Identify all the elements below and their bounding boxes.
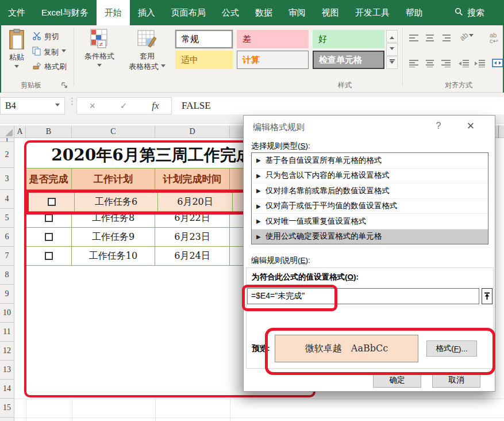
cut-button[interactable]: 剪切 xyxy=(32,32,59,42)
group-separator xyxy=(74,28,74,86)
row-header-15[interactable]: 15 xyxy=(0,399,14,418)
row-header-1[interactable]: 1 xyxy=(0,138,14,142)
tab-view[interactable]: 视图 xyxy=(314,0,347,25)
clipboard-dialog-launcher-icon[interactable] xyxy=(61,81,68,91)
name-box[interactable]: B4 xyxy=(0,97,65,114)
tab-excel-finance[interactable]: Excel与财务 xyxy=(33,0,97,25)
tab-home[interactable]: 开始 xyxy=(97,0,130,25)
table-cell-task[interactable]: 工作任务10 xyxy=(72,247,155,266)
tab-developer[interactable]: 开发工具 xyxy=(347,0,398,25)
rule-type-option-1[interactable]: ▶基于各自值设置所有单元格的格式 xyxy=(252,153,488,169)
rule-type-option-2[interactable]: ▶只为包含以下内容的单元格设置格式 xyxy=(252,169,488,184)
tab-data[interactable]: 数据 xyxy=(247,0,280,25)
cancel-icon[interactable]: × xyxy=(89,100,95,112)
row-header-10[interactable]: 10 xyxy=(0,304,14,323)
help-icon[interactable]: ? xyxy=(432,121,445,131)
collapse-dialog-button[interactable] xyxy=(482,288,493,304)
copy-button[interactable]: 复制 xyxy=(32,47,66,58)
insert-function-icon[interactable]: fx xyxy=(152,100,159,112)
style-chip-good[interactable]: 好 xyxy=(313,30,384,48)
merge-center-button[interactable] xyxy=(492,59,503,67)
checkbox[interactable] xyxy=(45,195,53,203)
decrease-indent-button[interactable] xyxy=(459,60,470,67)
style-chip-normal[interactable]: 常规 xyxy=(175,30,233,48)
table-header-cell[interactable]: 是否完成 xyxy=(26,168,72,190)
tab-page-layout[interactable]: 页面布局 xyxy=(163,0,214,25)
format-painter-button[interactable]: 格式刷 xyxy=(32,62,67,72)
rule-type-option-5[interactable]: ▶仅对唯一值或重复值设置格式 xyxy=(252,214,488,229)
tab-review[interactable]: 审阅 xyxy=(280,0,314,25)
ok-button[interactable]: 确定 xyxy=(373,372,421,388)
gallery-scroll-down-button[interactable] xyxy=(386,43,398,56)
format-button[interactable]: 格式(F)... xyxy=(426,340,477,357)
row-header-7[interactable]: 7 xyxy=(0,247,14,266)
row-header-6[interactable]: 6 xyxy=(0,228,14,247)
row-header-9[interactable]: 9 xyxy=(0,285,14,304)
rule-type-option-3[interactable]: ▶仅对排名靠前或靠后的数值设置格式 xyxy=(252,183,488,199)
table-cell-done[interactable] xyxy=(26,247,72,266)
table-header-cell[interactable]: 计划完成时间 xyxy=(155,168,230,190)
align-left-button[interactable] xyxy=(409,60,420,67)
format-as-table-button[interactable]: 套用 表格格式 xyxy=(122,29,172,72)
align-right-button[interactable] xyxy=(441,60,452,67)
search-box[interactable]: 搜索 xyxy=(455,0,484,25)
row-header-14[interactable]: 14 xyxy=(0,380,14,399)
row-header-8[interactable]: 8 xyxy=(0,266,14,285)
align-bottom-button[interactable] xyxy=(441,35,452,42)
table-cell-date[interactable]: 6月24日 xyxy=(155,247,230,266)
gallery-more-button[interactable] xyxy=(386,56,398,69)
table-cell-task[interactable]: 工作任务7 xyxy=(72,190,155,209)
rule-type-option-6[interactable]: ▶使用公式确定要设置格式的单元格 xyxy=(252,229,488,244)
cancel-button[interactable]: 取消 xyxy=(432,372,480,388)
table-header-cell[interactable]: 工作计划 xyxy=(72,168,155,190)
checkbox[interactable] xyxy=(45,214,53,222)
row-header-3[interactable]: 3 xyxy=(0,168,14,190)
conditional-formatting-button[interactable]: ≠ 条件格式 xyxy=(78,29,121,69)
align-top-button[interactable] xyxy=(409,35,420,42)
formula-content[interactable]: FALSE xyxy=(172,97,504,114)
tab-insert[interactable]: 插入 xyxy=(130,0,163,25)
close-icon[interactable]: × xyxy=(463,118,478,133)
select-all-button[interactable] xyxy=(0,125,14,137)
column-header-d[interactable]: D xyxy=(155,125,230,137)
style-chip-neutral[interactable]: 适中 xyxy=(175,51,233,69)
table-cell-done[interactable] xyxy=(26,190,72,209)
table-cell-done[interactable] xyxy=(26,209,72,228)
align-center-button[interactable] xyxy=(425,60,436,67)
column-header-c[interactable]: C xyxy=(72,125,155,137)
tab-formulas[interactable]: 公式 xyxy=(214,0,247,25)
paste-button[interactable]: 粘贴 xyxy=(3,29,30,70)
style-chip-calculation[interactable]: 计算 xyxy=(237,51,309,69)
align-left-icon xyxy=(409,60,420,67)
style-chip-check-cell[interactable]: 检查单元格 xyxy=(313,51,384,69)
table-cell-date[interactable]: 6月23日 xyxy=(155,228,230,247)
row-header-13[interactable]: 13 xyxy=(0,361,14,380)
rule-type-option-4[interactable]: ▶仅对高于或低于平均值的数值设置格式 xyxy=(252,199,488,215)
row-header-2[interactable]: 2 xyxy=(0,142,14,168)
table-cell-done[interactable] xyxy=(26,228,72,247)
row-header-11[interactable]: 11 xyxy=(0,323,14,342)
gallery-scroll-up-button[interactable] xyxy=(386,30,398,43)
gallery-scrollbar xyxy=(386,30,398,69)
table-cell-task[interactable]: 工作任务9 xyxy=(72,228,155,247)
checkbox[interactable] xyxy=(45,252,53,260)
table-cell-date[interactable]: 6月21日 xyxy=(155,190,230,209)
increase-indent-button[interactable] xyxy=(475,60,486,67)
table-cell-task[interactable]: 工作任务8 xyxy=(72,209,155,228)
enter-icon[interactable]: ✓ xyxy=(120,101,128,111)
row-header-4[interactable]: 4 xyxy=(0,190,14,209)
wrap-text-button[interactable]: abc↩ xyxy=(490,32,498,44)
tab-file[interactable]: 文件 xyxy=(0,0,33,25)
column-header-b[interactable]: B xyxy=(26,125,72,137)
orientation-button[interactable]: ab xyxy=(460,32,474,41)
column-header-a[interactable]: A xyxy=(14,125,26,137)
align-middle-button[interactable] xyxy=(425,35,436,42)
table-cell-date[interactable]: 6月22日 xyxy=(155,209,230,228)
row-header-12[interactable]: 12 xyxy=(0,342,14,361)
align-right-icon xyxy=(441,60,452,67)
checkbox[interactable] xyxy=(45,233,53,241)
formula-input[interactable] xyxy=(247,288,479,304)
tab-help[interactable]: 帮助 xyxy=(398,0,431,25)
style-chip-bad[interactable]: 差 xyxy=(237,30,309,48)
row-header-5[interactable]: 5 xyxy=(0,209,14,228)
